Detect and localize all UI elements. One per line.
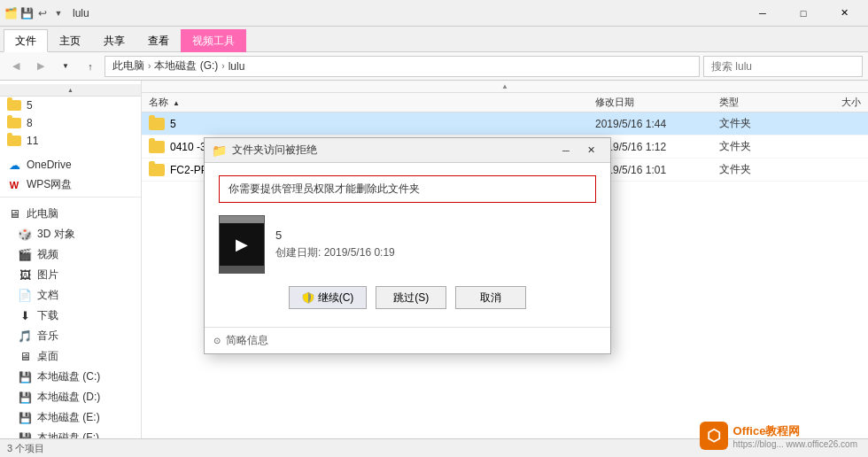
access-denied-dialog: 📁 文件夹访问被拒绝 ─ ✕ 你需要提供管理员权限才能删除此文件夹 ▶ <box>204 137 611 354</box>
dialog-overlay: 📁 文件夹访问被拒绝 ─ ✕ 你需要提供管理员权限才能删除此文件夹 ▶ <box>0 0 868 457</box>
dialog-file-details: 5 创建日期: 2019/5/16 0:19 <box>275 228 395 260</box>
watermark: ⬡ Office教程网 https://blog... www.office26… <box>700 422 857 450</box>
watermark-line1: Office教程网 <box>733 423 857 439</box>
watermark-text: Office教程网 https://blog... www.office26.c… <box>733 423 857 449</box>
cancel-button[interactable]: 取消 <box>455 286 526 309</box>
dialog-actions: 继续(C) 跳过(S) 取消 <box>219 286 596 309</box>
watermark-logo: ⬡ <box>700 422 728 450</box>
dialog-minimize-button[interactable]: ─ <box>554 141 578 160</box>
shield-icon <box>302 291 314 304</box>
dialog-file-date: 创建日期: 2019/5/16 0:19 <box>275 245 395 260</box>
dialog-file-name: 5 <box>275 228 395 242</box>
dialog-error-message: 你需要提供管理员权限才能删除此文件夹 <box>219 175 596 203</box>
office-logo-icon: ⬡ <box>707 426 721 445</box>
dialog-title-bar: 📁 文件夹访问被拒绝 ─ ✕ <box>205 138 610 163</box>
continue-button[interactable]: 继续(C) <box>289 286 368 309</box>
dialog-title-icon: 📁 <box>212 143 227 158</box>
dialog-title-text: 文件夹访问被拒绝 <box>232 143 548 158</box>
watermark-line2: https://blog... www.office26.com <box>733 439 857 449</box>
dialog-file-thumbnail: ▶ <box>219 215 265 274</box>
skip-button[interactable]: 跳过(S) <box>376 286 446 309</box>
dialog-body: 你需要提供管理员权限才能删除此文件夹 ▶ 5 创建日期: 2019/5/16 0… <box>205 163 610 327</box>
dialog-collapse-toggle[interactable]: ⊙ 简略信息 <box>205 327 610 353</box>
collapse-arrow-icon: ⊙ <box>213 336 221 345</box>
dialog-file-info: ▶ 5 创建日期: 2019/5/16 0:19 <box>219 215 596 274</box>
dialog-title-buttons: ─ ✕ <box>554 141 603 160</box>
shield-svg <box>302 291 314 304</box>
dialog-close-button[interactable]: ✕ <box>578 141 603 160</box>
